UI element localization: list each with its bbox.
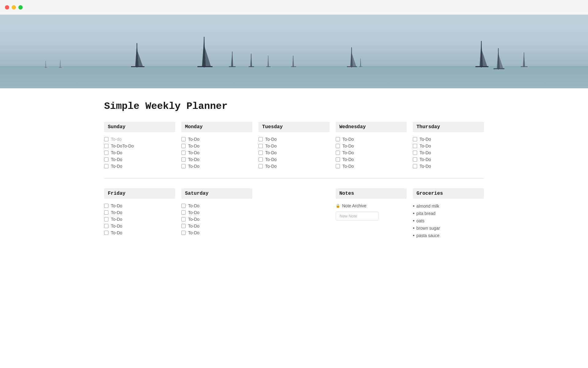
todo-item[interactable]: To-Do: [258, 136, 330, 143]
todo-item[interactable]: To-Do: [104, 202, 175, 209]
day-column-tuesday: TuesdayTo-DoTo-DoTo-DoTo-DoTo-Do: [258, 122, 330, 170]
checkbox-icon[interactable]: [336, 164, 340, 168]
todo-item[interactable]: To-Do: [181, 216, 252, 223]
checkbox-icon[interactable]: [181, 144, 186, 148]
grocery-label: oats: [417, 218, 424, 223]
todo-item[interactable]: To-Do: [181, 156, 252, 163]
checkbox-icon[interactable]: [258, 137, 263, 141]
checkbox-icon[interactable]: [181, 151, 186, 155]
new-note-button[interactable]: New Note: [336, 212, 379, 220]
checkbox-icon[interactable]: [104, 224, 108, 228]
checkbox-icon[interactable]: [181, 204, 186, 208]
todo-item[interactable]: To-Do: [104, 229, 175, 236]
todo-item[interactable]: To-Do: [336, 163, 407, 170]
checkbox-icon[interactable]: [104, 210, 108, 215]
checkbox-icon[interactable]: [413, 164, 417, 168]
todo-item[interactable]: To-Do: [104, 209, 175, 216]
checkbox-icon[interactable]: [413, 137, 417, 141]
todo-item[interactable]: To-Do: [258, 149, 330, 156]
todo-item[interactable]: To-Do: [181, 143, 252, 149]
todo-item[interactable]: To-Do: [336, 149, 407, 156]
note-archive-item[interactable]: 🔒Note Archive: [336, 202, 407, 209]
checkbox-icon[interactable]: [336, 151, 340, 155]
day-column-friday: FridayTo-DoTo-DoTo-DoTo-DoTo-Do: [104, 188, 175, 239]
checkbox-icon[interactable]: [413, 151, 417, 155]
todo-label: To-Do: [111, 230, 122, 235]
todo-label: To-Do: [342, 164, 354, 169]
todo-item[interactable]: To-Do: [181, 136, 252, 143]
note-archive-label: Note Archive: [342, 203, 366, 208]
todo-item[interactable]: To-Do: [181, 223, 252, 229]
todo-item[interactable]: To-Do: [413, 136, 484, 143]
todo-item[interactable]: To-Do: [413, 163, 484, 170]
checkbox-icon[interactable]: [181, 217, 186, 221]
todo-item[interactable]: To-Do: [336, 156, 407, 163]
day-header-thursday: Thursday: [413, 122, 484, 132]
todo-item[interactable]: To-Do: [181, 202, 252, 209]
checkbox-icon[interactable]: [104, 151, 108, 155]
todo-item[interactable]: To-Do: [413, 156, 484, 163]
day-column-sunday: SundayTo-doTo-DoTo-DoTo-DoTo-DoTo-Do: [104, 122, 175, 170]
checkbox-icon[interactable]: [181, 210, 186, 215]
day-header-friday: Friday: [104, 188, 175, 199]
page-title: Simple Weekly Planner: [104, 101, 484, 112]
todo-item[interactable]: To-do: [104, 136, 175, 143]
checkbox-icon[interactable]: [104, 164, 108, 168]
checkbox-icon[interactable]: [181, 157, 186, 162]
todo-label: To-Do: [111, 217, 122, 222]
todo-item[interactable]: To-Do: [104, 223, 175, 229]
checkbox-icon[interactable]: [104, 217, 108, 221]
todo-item[interactable]: To-Do: [258, 163, 330, 170]
todo-item[interactable]: To-Do: [413, 143, 484, 149]
todo-item[interactable]: To-Do: [104, 156, 175, 163]
todo-item[interactable]: To-Do: [181, 149, 252, 156]
checkbox-icon[interactable]: [336, 137, 340, 141]
checkbox-icon[interactable]: [413, 157, 417, 162]
todo-label: To-Do: [188, 144, 199, 148]
day-column-thursday: ThursdayTo-DoTo-DoTo-DoTo-DoTo-Do: [413, 122, 484, 170]
todo-item[interactable]: To-Do: [258, 156, 330, 163]
checkbox-icon[interactable]: [181, 164, 186, 168]
checkbox-icon[interactable]: [181, 137, 186, 141]
todo-item[interactable]: To-Do: [258, 143, 330, 149]
checkbox-icon[interactable]: [258, 144, 263, 148]
checkbox-icon[interactable]: [413, 144, 417, 148]
todo-item[interactable]: To-Do: [104, 163, 175, 170]
minimize-button[interactable]: [12, 5, 16, 10]
day-header-monday: Monday: [181, 122, 252, 132]
todo-item[interactable]: To-Do: [336, 136, 407, 143]
todo-item[interactable]: To-Do: [181, 229, 252, 236]
todo-item[interactable]: To-Do: [181, 209, 252, 216]
bullet-icon: •: [413, 218, 415, 224]
bullet-icon: •: [413, 211, 415, 216]
todo-item[interactable]: To-Do: [104, 149, 175, 156]
checkbox-icon[interactable]: [336, 157, 340, 162]
todo-item[interactable]: To-Do: [336, 143, 407, 149]
checkbox-icon[interactable]: [336, 144, 340, 148]
todo-label: To-Do: [111, 150, 122, 155]
checkbox-icon[interactable]: [104, 204, 108, 208]
checkbox-icon[interactable]: [181, 224, 186, 228]
checkbox-icon[interactable]: [104, 231, 108, 235]
grocery-item: •pasta sauce: [413, 232, 484, 239]
svg-rect-1: [0, 66, 588, 88]
checkbox-icon[interactable]: [104, 144, 108, 148]
maximize-button[interactable]: [18, 5, 23, 10]
close-button[interactable]: [5, 5, 9, 10]
todo-label: To-Do: [111, 210, 122, 215]
checkbox-icon[interactable]: [104, 137, 108, 141]
checkbox-icon[interactable]: [181, 231, 186, 235]
todo-label: To-Do: [265, 137, 277, 142]
checkbox-icon[interactable]: [258, 157, 263, 162]
bottom-days-grid: FridayTo-DoTo-DoTo-DoTo-DoTo-DoSaturdayT…: [104, 188, 484, 239]
checkbox-icon[interactable]: [104, 157, 108, 162]
todo-item[interactable]: To-DoTo-Do: [104, 143, 175, 149]
notes-header: Notes: [336, 188, 407, 199]
todo-item[interactable]: To-Do: [181, 163, 252, 170]
todo-label: To-Do: [188, 203, 199, 208]
checkbox-icon[interactable]: [258, 164, 263, 168]
todo-item[interactable]: To-Do: [104, 216, 175, 223]
todo-label: To-Do: [188, 157, 199, 162]
checkbox-icon[interactable]: [258, 151, 263, 155]
todo-item[interactable]: To-Do: [413, 149, 484, 156]
